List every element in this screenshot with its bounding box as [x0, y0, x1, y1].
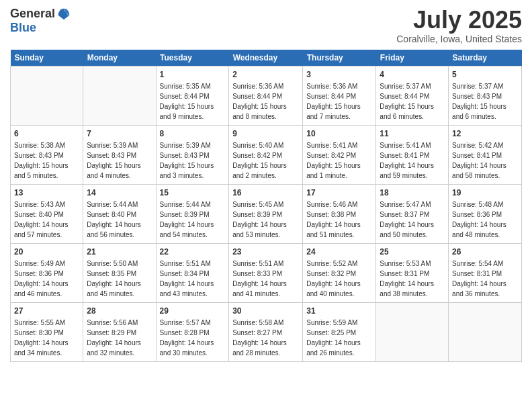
calendar-cell: 28 Sunrise: 5:56 AM Sunset: 8:29 PM Dayl…: [83, 302, 156, 361]
daylight: Daylight: 14 hours and 36 minutes.: [452, 280, 506, 298]
sunrise: Sunrise: 5:39 AM: [160, 142, 211, 149]
day-number: 4: [380, 69, 445, 81]
day-number: 22: [160, 246, 226, 258]
daylight: Daylight: 14 hours and 34 minutes.: [14, 339, 69, 357]
day-number: 1: [160, 69, 226, 81]
sunset: Sunset: 8:39 PM: [232, 211, 282, 218]
daylight: Daylight: 14 hours and 38 minutes.: [380, 280, 434, 298]
day-number: 9: [232, 128, 299, 140]
calendar-cell: [376, 302, 449, 361]
calendar-cell: 3 Sunrise: 5:36 AM Sunset: 8:44 PM Dayli…: [303, 66, 376, 125]
calendar-week-row: 6 Sunrise: 5:38 AM Sunset: 8:43 PM Dayli…: [11, 125, 522, 184]
day-number: 26: [452, 246, 518, 258]
calendar-cell: 9 Sunrise: 5:40 AM Sunset: 8:42 PM Dayli…: [229, 125, 303, 184]
day-number: 8: [160, 128, 226, 140]
sunset: Sunset: 8:35 PM: [87, 270, 136, 277]
sunrise: Sunrise: 5:48 AM: [452, 201, 503, 208]
sunrise: Sunrise: 5:57 AM: [160, 319, 211, 326]
sunrise: Sunrise: 5:39 AM: [87, 142, 138, 149]
calendar-week-row: 20 Sunrise: 5:49 AM Sunset: 8:36 PM Dayl…: [11, 243, 522, 302]
daylight: Daylight: 15 hours and 8 minutes.: [232, 103, 287, 120]
title-block: July 2025 Coralville, Iowa, United State…: [396, 7, 522, 44]
sunset: Sunset: 8:44 PM: [232, 93, 282, 100]
daylight: Daylight: 15 hours and 4 minutes.: [87, 162, 141, 179]
calendar-cell: 30 Sunrise: 5:58 AM Sunset: 8:27 PM Dayl…: [229, 302, 303, 361]
calendar-cell: 18 Sunrise: 5:47 AM Sunset: 8:37 PM Dayl…: [376, 184, 449, 243]
calendar-cell: 27 Sunrise: 5:55 AM Sunset: 8:30 PM Dayl…: [11, 302, 83, 361]
calendar-cell: 11 Sunrise: 5:41 AM Sunset: 8:41 PM Dayl…: [376, 125, 449, 184]
day-number: 11: [380, 128, 445, 140]
daylight: Daylight: 14 hours and 43 minutes.: [160, 280, 214, 298]
day-number: 18: [380, 187, 445, 199]
sunrise: Sunrise: 5:56 AM: [87, 319, 138, 326]
calendar-week-row: 13 Sunrise: 5:43 AM Sunset: 8:40 PM Dayl…: [11, 184, 522, 243]
logo-blue: Blue: [10, 21, 36, 35]
sunrise: Sunrise: 5:37 AM: [380, 83, 431, 90]
sunrise: Sunrise: 5:50 AM: [87, 260, 138, 267]
sunset: Sunset: 8:31 PM: [452, 270, 502, 277]
sunset: Sunset: 8:38 PM: [306, 211, 356, 218]
day-number: 17: [306, 187, 372, 199]
daylight: Daylight: 14 hours and 54 minutes.: [160, 221, 214, 238]
sunrise: Sunrise: 5:51 AM: [160, 260, 211, 267]
daylight: Daylight: 15 hours and 7 minutes.: [306, 103, 361, 120]
sunrise: Sunrise: 5:52 AM: [306, 260, 357, 267]
day-of-week-header: Monday: [83, 50, 156, 66]
sunset: Sunset: 8:39 PM: [160, 211, 210, 218]
daylight: Daylight: 14 hours and 58 minutes.: [452, 162, 506, 179]
day-number: 15: [160, 187, 226, 199]
sunset: Sunset: 8:33 PM: [232, 270, 282, 277]
sunset: Sunset: 8:40 PM: [87, 211, 136, 218]
daylight: Daylight: 15 hours and 5 minutes.: [14, 162, 69, 179]
daylight: Daylight: 14 hours and 28 minutes.: [232, 339, 287, 357]
sunrise: Sunrise: 5:47 AM: [380, 201, 431, 208]
day-of-week-header: Thursday: [303, 50, 376, 66]
daylight: Daylight: 14 hours and 26 minutes.: [306, 339, 361, 357]
sunset: Sunset: 8:41 PM: [380, 152, 429, 159]
day-number: 25: [380, 246, 445, 258]
day-number: 24: [306, 246, 372, 258]
daylight: Daylight: 15 hours and 1 minute.: [306, 162, 361, 179]
day-number: 7: [87, 128, 152, 140]
sunset: Sunset: 8:27 PM: [232, 329, 282, 336]
daylight: Daylight: 14 hours and 41 minutes.: [232, 280, 287, 298]
day-number: 31: [306, 306, 372, 317]
sunset: Sunset: 8:36 PM: [14, 270, 64, 277]
daylight: Daylight: 14 hours and 32 minutes.: [87, 339, 141, 357]
logo-icon: [57, 7, 71, 21]
calendar-cell: 26 Sunrise: 5:54 AM Sunset: 8:31 PM Dayl…: [449, 243, 522, 302]
day-of-week-header: Sunday: [11, 50, 83, 66]
calendar-cell: 16 Sunrise: 5:45 AM Sunset: 8:39 PM Dayl…: [229, 184, 303, 243]
logo-general: General: [10, 7, 55, 21]
day-number: 23: [232, 246, 299, 258]
day-number: 12: [452, 128, 518, 140]
sunrise: Sunrise: 5:41 AM: [306, 142, 357, 149]
sunset: Sunset: 8:34 PM: [160, 270, 210, 277]
calendar-cell: 22 Sunrise: 5:51 AM Sunset: 8:34 PM Dayl…: [156, 243, 229, 302]
sunrise: Sunrise: 5:36 AM: [232, 83, 283, 90]
sunset: Sunset: 8:43 PM: [14, 152, 64, 159]
sunset: Sunset: 8:28 PM: [160, 329, 210, 336]
daylight: Daylight: 15 hours and 2 minutes.: [232, 162, 287, 179]
calendar-cell: 15 Sunrise: 5:44 AM Sunset: 8:39 PM Dayl…: [156, 184, 229, 243]
calendar-cell: 4 Sunrise: 5:37 AM Sunset: 8:44 PM Dayli…: [376, 66, 449, 125]
sunset: Sunset: 8:42 PM: [232, 152, 282, 159]
calendar-cell: [11, 66, 83, 125]
day-number: 27: [14, 306, 79, 317]
calendar-cell: 23 Sunrise: 5:51 AM Sunset: 8:33 PM Dayl…: [229, 243, 303, 302]
day-number: 6: [14, 128, 79, 140]
calendar-cell: 6 Sunrise: 5:38 AM Sunset: 8:43 PM Dayli…: [11, 125, 83, 184]
calendar-cell: [449, 302, 522, 361]
day-of-week-header: Wednesday: [229, 50, 303, 66]
sunrise: Sunrise: 5:54 AM: [452, 260, 503, 267]
sunset: Sunset: 8:43 PM: [87, 152, 136, 159]
day-number: 3: [306, 69, 372, 81]
calendar-cell: 1 Sunrise: 5:35 AM Sunset: 8:44 PM Dayli…: [156, 66, 229, 125]
calendar-cell: 29 Sunrise: 5:57 AM Sunset: 8:28 PM Dayl…: [156, 302, 229, 361]
calendar-cell: 12 Sunrise: 5:42 AM Sunset: 8:41 PM Dayl…: [449, 125, 522, 184]
day-number: 28: [87, 306, 152, 317]
sunset: Sunset: 8:25 PM: [306, 329, 356, 336]
daylight: Daylight: 14 hours and 50 minutes.: [380, 221, 434, 238]
day-number: 5: [452, 69, 518, 81]
calendar-cell: 8 Sunrise: 5:39 AM Sunset: 8:43 PM Dayli…: [156, 125, 229, 184]
